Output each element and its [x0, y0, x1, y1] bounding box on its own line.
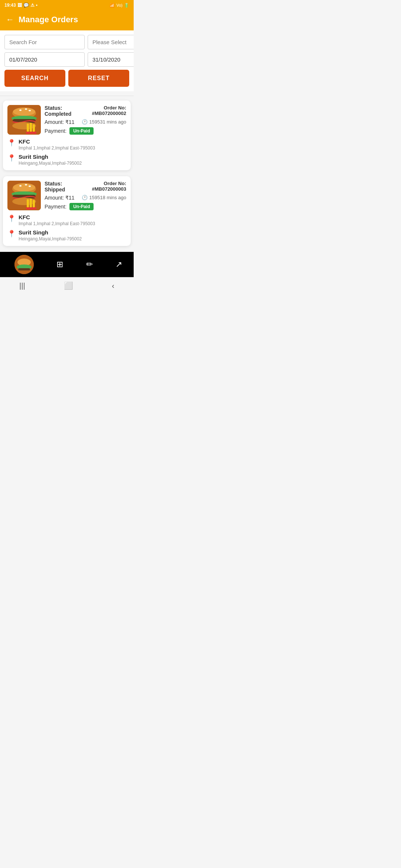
payment-badge-1: Un-Paid [69, 127, 94, 135]
order-time-2: 🕐 159518 mins ago [82, 195, 126, 200]
order-amount-1: Amount: ₹11 [45, 119, 75, 125]
menu-icon[interactable]: ||| [19, 282, 25, 290]
svg-point-4 [25, 108, 27, 110]
date-row [4, 52, 129, 67]
order-status-2: Status: Shipped [45, 181, 78, 193]
customer-address-2: Heingang,Mayai,Imphal-795002 [19, 236, 82, 241]
restaurant-address-2: Imphal 1,Imphal 2,Imphal East-795003 [19, 221, 95, 226]
restaurant-details-1: KFC Imphal 1,Imphal 2,Imphal East-795003 [19, 138, 95, 151]
search-row [4, 35, 129, 49]
customer-pin-icon-2: 📍 [7, 230, 16, 238]
back-button[interactable]: ← [6, 15, 14, 24]
thumbnail-image [14, 255, 34, 274]
order-number-1: Order No: #MB072000002 [81, 105, 126, 116]
status-time: 19:43 🖼 💬 ⚠ • [4, 3, 38, 8]
svg-rect-11 [33, 124, 35, 132]
svg-point-21 [12, 198, 36, 205]
order-image-2 [7, 181, 41, 210]
dot-icon: • [36, 3, 38, 8]
clock-icon-1: 🕐 [82, 119, 88, 125]
battery-icon: 🔋 [124, 3, 129, 8]
customer-address-1: Heingang,Mayai,Imphal-795002 [19, 161, 82, 166]
share-icon[interactable]: ↗ [115, 260, 122, 269]
svg-rect-25 [26, 207, 36, 210]
page-title: Manage Orders [19, 15, 78, 24]
svg-rect-29 [18, 268, 30, 270]
status-icons: 📶 Vo) 🔋 [110, 3, 129, 8]
order-image-1 [7, 105, 41, 135]
time-ago-text-2: 159518 mins ago [89, 195, 126, 200]
back-icon[interactable]: ‹ [112, 282, 114, 290]
order-card-1: Status: Completed Order No: #MB072000002… [3, 101, 131, 170]
bottom-bar: ⊞ ✏ ↗ [0, 252, 134, 277]
burger-image-2 [7, 181, 41, 210]
clock-icon-2: 🕐 [82, 195, 88, 200]
payment-row-1: Payment: Un-Paid [45, 127, 126, 135]
svg-point-16 [19, 185, 22, 187]
reset-button[interactable]: RESET [68, 70, 129, 87]
image-icon: 🖼 [17, 3, 22, 8]
order-card-2: Status: Shipped Order No: #MB072000003 A… [3, 176, 131, 246]
order-top-1: Status: Completed Order No: #MB072000002… [7, 105, 126, 135]
whatsapp-icon: 💬 [23, 3, 29, 8]
svg-rect-10 [30, 123, 32, 132]
customer-location-2: 📍 Surit Singh Heingang,Mayai,Imphal-7950… [7, 229, 126, 241]
customer-location-1: 📍 Surit Singh Heingang,Mayai,Imphal-7950… [7, 154, 126, 166]
bottom-thumbnail[interactable] [14, 255, 34, 274]
order-info-2: Status: Shipped Order No: #MB072000003 A… [45, 181, 126, 210]
order-top-2: Status: Shipped Order No: #MB072000003 A… [7, 181, 126, 210]
search-button[interactable]: SEARCH [4, 70, 65, 87]
svg-point-17 [25, 184, 27, 185]
order-amount-row-1: Amount: ₹11 🕐 159531 mins ago [45, 119, 126, 125]
order-status-1: Status: Completed [45, 105, 81, 117]
payment-row-2: Payment: Un-Paid [45, 203, 126, 210]
svg-rect-24 [33, 200, 35, 207]
status-select[interactable] [88, 35, 134, 49]
svg-point-5 [29, 110, 31, 111]
restaurant-address-1: Imphal 1,Imphal 2,Imphal East-795003 [19, 145, 95, 151]
warning-icon: ⚠ [30, 3, 35, 8]
search-input[interactable] [4, 35, 85, 49]
order-list: Status: Completed Order No: #MB072000002… [0, 101, 134, 246]
order-time-1: 🕐 159531 mins ago [82, 119, 126, 125]
restaurant-location-1: 📍 KFC Imphal 1,Imphal 2,Imphal East-7950… [7, 138, 126, 151]
order-info-row-1: Status: Completed Order No: #MB072000002 [45, 105, 126, 117]
divider [0, 96, 134, 96]
svg-point-2 [13, 108, 35, 116]
payment-label-2: Payment: [45, 204, 66, 210]
burger-image-1 [7, 105, 41, 135]
button-row: SEARCH RESET [4, 70, 129, 87]
restaurant-details-2: KFC Imphal 1,Imphal 2,Imphal East-795003 [19, 214, 95, 226]
grid-icon[interactable]: ⊞ [56, 260, 63, 269]
customer-details-2: Surit Singh Heingang,Mayai,Imphal-795002 [19, 229, 82, 241]
restaurant-name-2: KFC [19, 214, 95, 220]
svg-rect-23 [30, 198, 32, 207]
search-area: SEARCH RESET [0, 30, 134, 91]
customer-name-1: Surit Singh [19, 154, 82, 160]
date-to-input[interactable] [88, 52, 134, 67]
customer-name-2: Surit Singh [19, 229, 82, 236]
edit-icon[interactable]: ✏ [86, 260, 93, 269]
svg-rect-9 [27, 124, 29, 132]
home-icon[interactable]: ⬜ [64, 281, 73, 290]
time-ago-text-1: 159531 mins ago [89, 119, 126, 125]
date-from-input[interactable] [4, 52, 85, 67]
order-amount-row-2: Amount: ₹11 🕐 159518 mins ago [45, 195, 126, 201]
svg-point-3 [19, 109, 22, 111]
signal-icon: Vo) [116, 3, 123, 7]
order-number-2: Order No: #MB072000003 [78, 181, 126, 192]
restaurant-pin-icon-2: 📍 [7, 214, 16, 223]
order-info-row-2: Status: Shipped Order No: #MB072000003 [45, 181, 126, 193]
svg-point-8 [12, 122, 36, 129]
wifi-icon: 📶 [110, 3, 115, 8]
nav-bar: ||| ⬜ ‹ [0, 277, 134, 294]
order-info-1: Status: Completed Order No: #MB072000002… [45, 105, 126, 135]
svg-rect-12 [26, 132, 36, 134]
status-bar: 19:43 🖼 💬 ⚠ • 📶 Vo) 🔋 [0, 0, 134, 10]
time-text: 19:43 [4, 3, 16, 8]
restaurant-location-2: 📍 KFC Imphal 1,Imphal 2,Imphal East-7950… [7, 214, 126, 226]
header: ← Manage Orders [0, 10, 134, 30]
order-amount-2: Amount: ₹11 [45, 195, 75, 201]
restaurant-name-1: KFC [19, 138, 95, 145]
svg-point-18 [29, 185, 31, 187]
